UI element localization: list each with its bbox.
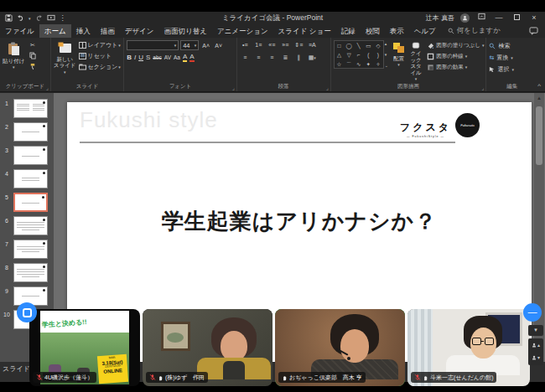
- replace-button[interactable]: ⇆ 置換▾: [489, 52, 536, 63]
- align-center-button[interactable]: ≡: [253, 53, 264, 62]
- thumbnail-8[interactable]: 8: [0, 263, 54, 285]
- highlight-color-button[interactable]: A: [183, 53, 187, 62]
- tab-record[interactable]: 記録: [336, 24, 361, 38]
- numbering-button[interactable]: 1≡: [253, 40, 264, 49]
- shape-fill-button[interactable]: 図形の塗りつぶし▾: [427, 40, 484, 50]
- font-size-select[interactable]: 44▾: [180, 40, 199, 50]
- select-button[interactable]: 選択▾: [489, 64, 536, 75]
- thumbnail-7[interactable]: 7: [0, 240, 54, 261]
- canvas-scrollbar[interactable]: ▲ ▼: [534, 93, 544, 362]
- thumbnail-1[interactable]: 1: [0, 99, 54, 121]
- cut-button[interactable]: ✂: [27, 40, 38, 49]
- strikethrough-button[interactable]: abc: [153, 54, 161, 60]
- hide-video-panel-button[interactable]: —: [523, 303, 542, 322]
- ribbon-display-options-button[interactable]: [475, 12, 487, 24]
- avatar[interactable]: [460, 13, 470, 23]
- drawing-dialog-launcher-icon[interactable]: ⌟: [482, 85, 485, 90]
- thumbnail-2[interactable]: 2: [0, 122, 54, 144]
- quick-styles-button[interactable]: クイック スタイル ▾: [408, 40, 423, 82]
- undo-icon[interactable]: [17, 14, 24, 22]
- text-direction-button[interactable]: ≡A: [307, 40, 318, 49]
- bold-button[interactable]: B: [127, 54, 132, 61]
- layout-button[interactable]: レイアウト▾: [79, 40, 120, 49]
- thumbnail-6[interactable]: 6: [0, 216, 54, 238]
- tab-home[interactable]: ホーム: [39, 24, 71, 38]
- arrange-button[interactable]: 配置 ▾: [392, 40, 405, 82]
- columns-button[interactable]: ∥: [293, 53, 304, 62]
- italic-button[interactable]: I: [134, 54, 136, 61]
- redo-icon[interactable]: [35, 14, 43, 22]
- tab-transitions[interactable]: 画面切り替え: [159, 24, 212, 38]
- copy-button[interactable]: [27, 51, 38, 60]
- align-right-button[interactable]: ≡: [267, 53, 278, 62]
- tab-insert[interactable]: 挿入: [71, 24, 96, 38]
- find-button[interactable]: 検索: [489, 40, 536, 51]
- new-slide-button[interactable]: 新しい スライド ▾: [54, 40, 76, 82]
- thumbnail-3[interactable]: 3: [0, 146, 54, 168]
- justify-button[interactable]: ≣: [280, 53, 291, 62]
- text-shadow-button[interactable]: S: [146, 54, 150, 61]
- shrink-font-button[interactable]: A˅: [213, 41, 224, 50]
- participant-video-1[interactable]: 学生と決める!! 日本一の介護施設!! MAR 3.18(Sat) 13:00-…: [29, 309, 140, 386]
- tab-design[interactable]: デザイン: [120, 24, 159, 38]
- tab-animations[interactable]: アニメーション: [212, 24, 273, 38]
- paste-button[interactable]: 貼り付け ▾: [3, 40, 24, 82]
- collapse-ribbon-icon[interactable]: ^: [537, 82, 541, 90]
- shapes-scroll-down-icon[interactable]: ▾: [385, 52, 388, 57]
- restore-button[interactable]: [511, 12, 522, 24]
- tab-review[interactable]: 校閲: [361, 24, 385, 38]
- participant-video-2[interactable]: (株)ゆず 作田: [143, 309, 272, 386]
- tab-slideshow[interactable]: スライド ショー: [273, 24, 336, 38]
- line-spacing-button[interactable]: ⇕≡: [293, 40, 304, 49]
- font-dialog-launcher-icon[interactable]: ⌟: [232, 85, 235, 90]
- character-spacing-button[interactable]: AV: [164, 54, 171, 60]
- meeting-app-button[interactable]: [17, 302, 37, 322]
- customize-qat-icon[interactable]: ⋮: [60, 14, 66, 22]
- participant-scroll-controls[interactable]: ▴ ▾: [528, 338, 543, 365]
- start-slideshow-icon[interactable]: [47, 14, 55, 22]
- video-layout-dropdown[interactable]: ▼: [528, 325, 543, 336]
- bullets-button[interactable]: •≡: [240, 40, 251, 49]
- format-painter-button[interactable]: [27, 62, 38, 71]
- clipboard-dialog-launcher-icon[interactable]: ⌟: [46, 85, 49, 90]
- underline-button[interactable]: U: [138, 54, 143, 61]
- shape-outline-button[interactable]: 図形の枠線▾: [427, 51, 484, 61]
- scroll-participants-down-button[interactable]: ▾: [528, 351, 543, 364]
- undo-caret-icon[interactable]: ▾: [29, 16, 31, 21]
- save-icon[interactable]: [5, 14, 13, 22]
- scroll-up-icon[interactable]: ▲: [537, 93, 542, 103]
- tab-file[interactable]: ファイル: [0, 24, 39, 38]
- decrease-indent-button[interactable]: «≡: [267, 40, 278, 49]
- close-button[interactable]: ×: [528, 12, 540, 24]
- comments-icon[interactable]: [529, 27, 538, 35]
- grow-font-button[interactable]: A˄: [200, 41, 211, 50]
- align-left-button[interactable]: ≡: [240, 53, 251, 62]
- participant-video-4[interactable]: 斗米一志(せんだんの館): [407, 309, 530, 386]
- tab-view[interactable]: 表示: [385, 24, 409, 38]
- font-name-select[interactable]: ▾: [127, 40, 179, 50]
- tab-help[interactable]: ヘルプ: [409, 24, 441, 38]
- change-case-button[interactable]: Aa: [174, 54, 180, 60]
- increase-indent-button[interactable]: »≡: [280, 40, 291, 49]
- shapes-more-icon[interactable]: ⌄: [385, 63, 388, 68]
- shapes-scrollbar[interactable]: ▴ ▾ ⌄: [384, 40, 389, 69]
- fukusta-logo-text: フクスタ: [400, 121, 451, 135]
- thumbnail-5-selected[interactable]: 5: [0, 193, 54, 214]
- account-name[interactable]: 辻本 真吾: [426, 13, 454, 23]
- scroll-participants-up-button[interactable]: ▴: [528, 338, 543, 351]
- section-button[interactable]: セクション▾: [79, 62, 120, 71]
- shapes-scroll-up-icon[interactable]: ▴: [385, 41, 388, 46]
- shape-effects-button[interactable]: 図形の効果▾: [427, 62, 484, 72]
- paragraph-dialog-launcher-icon[interactable]: ⌟: [326, 85, 329, 90]
- thumbnail-4[interactable]: 4: [0, 169, 54, 191]
- participant-video-3-active[interactable]: おぢゃっこ倶楽部 高木 亨: [275, 309, 405, 386]
- font-color-button[interactable]: A: [189, 53, 194, 62]
- reset-button[interactable]: リセット: [79, 51, 120, 60]
- participant-1-nameplate: 4U磯沢歩（蓮斗）: [33, 372, 96, 383]
- tell-me-search[interactable]: 何をしますか: [448, 26, 501, 36]
- scrollbar-thumb[interactable]: [536, 106, 542, 165]
- tab-draw[interactable]: 描画: [96, 24, 120, 38]
- minimize-button[interactable]: —: [493, 12, 505, 24]
- smartart-convert-button[interactable]: ▦▾: [307, 53, 318, 62]
- shapes-gallery[interactable]: □◯╲▭◇ △▽⌐() ☆⌒∿✦✧: [334, 40, 384, 69]
